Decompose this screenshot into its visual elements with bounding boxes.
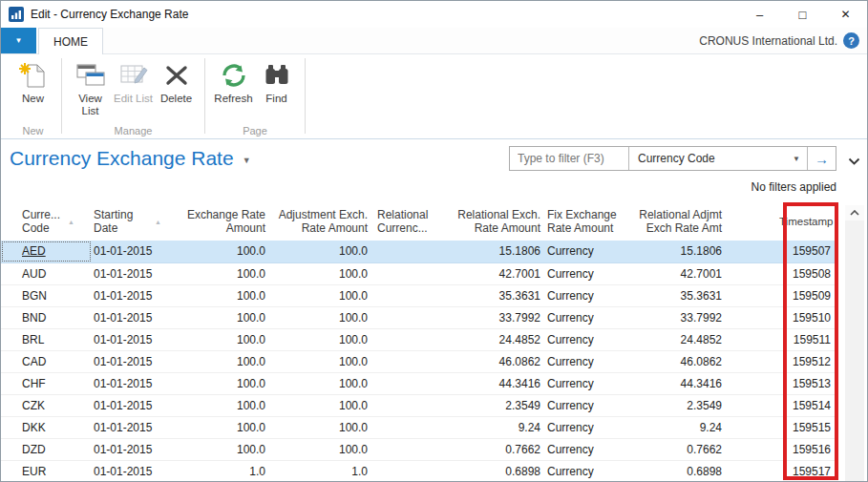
- cell-code[interactable]: CHF: [1, 372, 92, 394]
- cell-fix_exchange_rate_amount[interactable]: Currency: [545, 438, 631, 460]
- cell-adjustment_exch_rate_amount[interactable]: 100.0: [270, 416, 372, 438]
- cell-code[interactable]: DZD: [1, 438, 92, 460]
- cell-exchange_rate_amount[interactable]: 100.0: [163, 328, 270, 350]
- cell-fix_exchange_rate_amount[interactable]: Currency: [545, 394, 631, 416]
- cell-fix_exchange_rate_amount[interactable]: Currency: [545, 372, 631, 394]
- cell-adjustment_exch_rate_amount[interactable]: 100.0: [270, 394, 372, 416]
- refresh-button[interactable]: Refresh: [212, 58, 255, 105]
- cell-fix_exchange_rate_amount[interactable]: Currency: [545, 284, 631, 306]
- cell-fix_exchange_rate_amount[interactable]: Currency: [545, 241, 631, 262]
- view-list-button[interactable]: View List: [69, 58, 112, 117]
- table-row[interactable]: CZK01-01-2015100.0100.02.3549Currency2.3…: [1, 394, 838, 416]
- cell-starting_date[interactable]: 01-01-2015: [92, 460, 163, 482]
- delete-button[interactable]: Delete: [155, 58, 198, 105]
- table-row[interactable]: DZD01-01-2015100.0100.00.7662Currency0.7…: [1, 438, 838, 460]
- cell-exchange_rate_amount[interactable]: 100.0: [163, 306, 270, 328]
- table-row[interactable]: EUR01-01-20151.01.00.6898Currency0.68981…: [1, 460, 838, 482]
- page-title-caret-icon[interactable]: ▼: [243, 156, 251, 165]
- cell-relational_adjmt_exch_rate_amt[interactable]: 35.3631: [631, 284, 779, 306]
- cell-fix_exchange_rate_amount[interactable]: Currency: [545, 262, 631, 284]
- column-header-adjustment_exch_rate_amount[interactable]: Adjustment Exch.Rate Amount: [270, 204, 372, 241]
- cell-timestamp[interactable]: 159512: [779, 350, 838, 372]
- cell-adjustment_exch_rate_amount[interactable]: 100.0: [270, 438, 372, 460]
- maximize-button[interactable]: □: [781, 1, 824, 28]
- cell-exchange_rate_amount[interactable]: 100.0: [163, 284, 270, 306]
- cell-code[interactable]: AED: [1, 241, 92, 262]
- cell-code[interactable]: BGN: [1, 284, 92, 306]
- cell-relational_currency[interactable]: [372, 372, 440, 394]
- cell-starting_date[interactable]: 01-01-2015: [92, 328, 163, 350]
- cell-code[interactable]: DKK: [1, 416, 92, 438]
- cell-exchange_rate_amount[interactable]: 100.0: [163, 394, 270, 416]
- cell-timestamp[interactable]: 159507: [779, 241, 838, 262]
- vertical-scrollbar[interactable]: [845, 205, 864, 482]
- cell-relational_adjmt_exch_rate_amt[interactable]: 44.3416: [631, 372, 779, 394]
- cell-fix_exchange_rate_amount[interactable]: Currency: [545, 306, 631, 328]
- cell-relational_exch_rate_amount[interactable]: 24.4852: [440, 328, 545, 350]
- cell-code[interactable]: CAD: [1, 350, 92, 372]
- cell-relational_currency[interactable]: [372, 394, 440, 416]
- cell-code[interactable]: BND: [1, 306, 92, 328]
- cell-adjustment_exch_rate_amount[interactable]: 100.0: [270, 306, 372, 328]
- cell-relational_exch_rate_amount[interactable]: 9.24: [440, 416, 545, 438]
- column-header-exchange_rate_amount[interactable]: Exchange RateAmount: [163, 204, 270, 241]
- cell-relational_exch_rate_amount[interactable]: 33.7992: [440, 306, 545, 328]
- cell-adjustment_exch_rate_amount[interactable]: 1.0: [270, 460, 372, 482]
- cell-timestamp[interactable]: 159515: [779, 416, 838, 438]
- cell-relational_adjmt_exch_rate_amt[interactable]: 0.7662: [631, 438, 779, 460]
- cell-relational_currency[interactable]: [372, 350, 440, 372]
- cell-timestamp[interactable]: 159517: [779, 460, 838, 482]
- column-header-fix_exchange_rate_amount[interactable]: Fix ExchangeRate Amount: [545, 204, 631, 241]
- find-button[interactable]: Find: [255, 58, 298, 105]
- cell-starting_date[interactable]: 01-01-2015: [92, 241, 163, 262]
- cell-relational_exch_rate_amount[interactable]: 2.3549: [440, 394, 545, 416]
- cell-relational_adjmt_exch_rate_amt[interactable]: 9.24: [631, 416, 779, 438]
- cell-relational_adjmt_exch_rate_amt[interactable]: 42.7001: [631, 262, 779, 284]
- apply-filter-button[interactable]: →: [808, 147, 836, 170]
- filter-input[interactable]: [510, 147, 628, 170]
- cell-fix_exchange_rate_amount[interactable]: Currency: [545, 350, 631, 372]
- column-header-relational_currency[interactable]: RelationalCurrenc...: [372, 204, 440, 241]
- cell-starting_date[interactable]: 01-01-2015: [92, 284, 163, 306]
- cell-relational_adjmt_exch_rate_amt[interactable]: 46.0862: [631, 350, 779, 372]
- cell-relational_exch_rate_amount[interactable]: 0.6898: [440, 460, 545, 482]
- cell-relational_currency[interactable]: [372, 328, 440, 350]
- cell-starting_date[interactable]: 01-01-2015: [92, 438, 163, 460]
- cell-exchange_rate_amount[interactable]: 100.0: [163, 438, 270, 460]
- cell-relational_exch_rate_amount[interactable]: 42.7001: [440, 262, 545, 284]
- cell-exchange_rate_amount[interactable]: 100.0: [163, 350, 270, 372]
- cell-fix_exchange_rate_amount[interactable]: Currency: [545, 460, 631, 482]
- cell-starting_date[interactable]: 01-01-2015: [92, 306, 163, 328]
- table-row[interactable]: DKK01-01-2015100.0100.09.24Currency9.241…: [1, 416, 838, 438]
- cell-relational_exch_rate_amount[interactable]: 35.3631: [440, 284, 545, 306]
- cell-timestamp[interactable]: 159509: [779, 284, 838, 306]
- edit-list-button[interactable]: Edit List: [112, 58, 155, 105]
- help-icon[interactable]: ?: [843, 32, 859, 49]
- cell-fix_exchange_rate_amount[interactable]: Currency: [545, 328, 631, 350]
- cell-adjustment_exch_rate_amount[interactable]: 100.0: [270, 350, 372, 372]
- filter-pane-toggle[interactable]: [848, 152, 860, 169]
- new-button[interactable]: New: [11, 58, 54, 105]
- cell-relational_currency[interactable]: [372, 438, 440, 460]
- cell-starting_date[interactable]: 01-01-2015: [92, 350, 163, 372]
- cell-starting_date[interactable]: 01-01-2015: [92, 394, 163, 416]
- minimize-button[interactable]: –: [738, 1, 781, 28]
- cell-adjustment_exch_rate_amount[interactable]: 100.0: [270, 262, 372, 284]
- cell-timestamp[interactable]: 159516: [779, 438, 838, 460]
- cell-relational_adjmt_exch_rate_amt[interactable]: 0.6898: [631, 460, 779, 482]
- cell-adjustment_exch_rate_amount[interactable]: 100.0: [270, 284, 372, 306]
- column-header-code[interactable]: Curre...Code▲: [1, 204, 92, 241]
- cell-relational_currency[interactable]: [372, 284, 440, 306]
- table-row[interactable]: CAD01-01-2015100.0100.046.0862Currency46…: [1, 350, 838, 372]
- filter-field-selector[interactable]: Currency Code ▼: [629, 147, 807, 170]
- cell-relational_exch_rate_amount[interactable]: 44.3416: [440, 372, 545, 394]
- cell-relational_adjmt_exch_rate_amt[interactable]: 15.1806: [631, 241, 779, 262]
- table-row[interactable]: AED01-01-2015100.0100.015.1806Currency15…: [1, 241, 838, 262]
- column-header-relational_adjmt_exch_rate_amt[interactable]: Relational AdjmtExch Rate Amt: [631, 204, 779, 241]
- cell-code[interactable]: EUR: [1, 460, 92, 482]
- cell-adjustment_exch_rate_amount[interactable]: 100.0: [270, 328, 372, 350]
- close-button[interactable]: ✕: [824, 1, 867, 28]
- cell-adjustment_exch_rate_amount[interactable]: 100.0: [270, 241, 372, 262]
- cell-timestamp[interactable]: 159510: [779, 306, 838, 328]
- cell-timestamp[interactable]: 159513: [779, 372, 838, 394]
